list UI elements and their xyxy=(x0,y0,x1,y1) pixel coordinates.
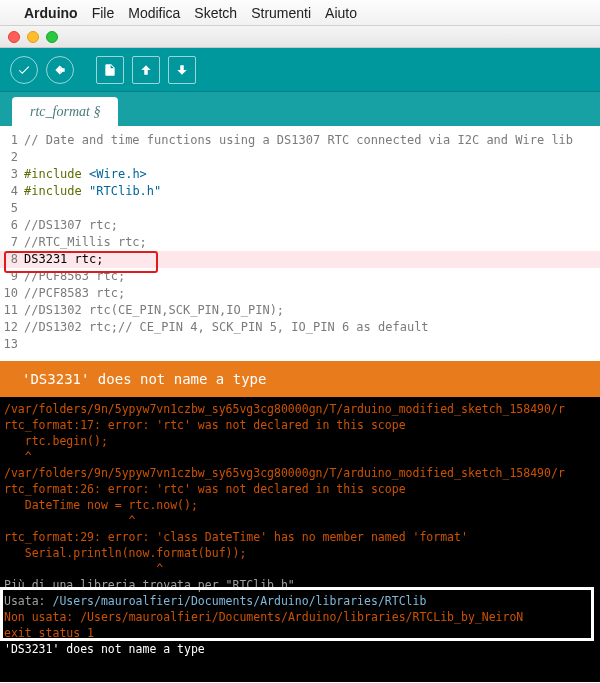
console-line: ^ xyxy=(4,449,596,465)
code-content xyxy=(24,200,600,217)
line-number: 10 xyxy=(0,285,24,302)
code-line[interactable]: 6//DS1307 rtc; xyxy=(0,217,600,234)
code-line[interactable]: 13 xyxy=(0,336,600,353)
console-line: rtc_format:17: error: 'rtc' was not decl… xyxy=(4,417,596,433)
code-content: //DS1302 rtc;// CE_PIN 4, SCK_PIN 5, IO_… xyxy=(24,319,600,336)
line-number: 11 xyxy=(0,302,24,319)
code-line[interactable]: 4#include "RTClib.h" xyxy=(0,183,600,200)
code-editor-frame: 1// Date and time functions using a DS13… xyxy=(0,126,600,361)
line-number: 13 xyxy=(0,336,24,353)
macos-menubar: Arduino File Modifica Sketch Strumenti A… xyxy=(0,0,600,26)
console-line: 'DS3231' does not name a type xyxy=(4,641,596,657)
close-window-button[interactable] xyxy=(8,31,20,43)
code-content xyxy=(24,336,600,353)
line-number: 3 xyxy=(0,166,24,183)
code-line[interactable]: 10//PCF8583 rtc; xyxy=(0,285,600,302)
console-line: rtc.begin(); xyxy=(4,433,596,449)
save-sketch-button[interactable] xyxy=(168,56,196,84)
console-line: /var/folders/9n/5ypyw7vn1czbw_sy65vg3cg8… xyxy=(4,465,596,481)
menubar-file[interactable]: File xyxy=(92,5,115,21)
menubar-app[interactable]: Arduino xyxy=(24,5,78,21)
console-line: DateTime now = rtc.now(); xyxy=(4,497,596,513)
line-number: 7 xyxy=(0,234,24,251)
error-banner: 'DS3231' does not name a type xyxy=(0,361,600,397)
code-line[interactable]: 12//DS1302 rtc;// CE_PIN 4, SCK_PIN 5, I… xyxy=(0,319,600,336)
new-sketch-button[interactable] xyxy=(96,56,124,84)
line-number: 5 xyxy=(0,200,24,217)
console-annotation xyxy=(0,587,594,641)
menubar-tools[interactable]: Strumenti xyxy=(251,5,311,21)
menubar-sketch[interactable]: Sketch xyxy=(194,5,237,21)
code-line[interactable]: 1// Date and time functions using a DS13… xyxy=(0,132,600,149)
line-number: 4 xyxy=(0,183,24,200)
code-content: //DS1307 rtc; xyxy=(24,217,600,234)
console-line: rtc_format:26: error: 'rtc' was not decl… xyxy=(4,481,596,497)
upload-button[interactable] xyxy=(46,56,74,84)
code-content: //RTC_Millis rtc; xyxy=(24,234,600,251)
sketch-tab[interactable]: rtc_format § xyxy=(12,97,118,126)
console-line: rtc_format:29: error: 'class DateTime' h… xyxy=(4,529,596,545)
code-content: // Date and time functions using a DS130… xyxy=(24,132,600,149)
line-number: 12 xyxy=(0,319,24,336)
menubar-edit[interactable]: Modifica xyxy=(128,5,180,21)
code-content: //DS1302 rtc(CE_PIN,SCK_PIN,IO_PIN); xyxy=(24,302,600,319)
code-content xyxy=(24,149,600,166)
code-line[interactable]: 7//RTC_Millis rtc; xyxy=(0,234,600,251)
code-line[interactable]: 3#include <Wire.h> xyxy=(0,166,600,183)
ide-toolbar xyxy=(0,48,600,92)
console-output[interactable]: /var/folders/9n/5ypyw7vn1czbw_sy65vg3cg8… xyxy=(0,397,600,682)
window-titlebar xyxy=(0,26,600,48)
code-line[interactable]: 11//DS1302 rtc(CE_PIN,SCK_PIN,IO_PIN); xyxy=(0,302,600,319)
console-line: /var/folders/9n/5ypyw7vn1czbw_sy65vg3cg8… xyxy=(4,401,596,417)
line-number: 6 xyxy=(0,217,24,234)
zoom-window-button[interactable] xyxy=(46,31,58,43)
code-content: #include "RTClib.h" xyxy=(24,183,600,200)
code-content: //PCF8583 rtc; xyxy=(24,285,600,302)
verify-button[interactable] xyxy=(10,56,38,84)
console-line: ^ xyxy=(4,513,596,529)
open-sketch-button[interactable] xyxy=(132,56,160,84)
console-line: ^ xyxy=(4,561,596,577)
tab-bar: rtc_format § xyxy=(0,92,600,126)
minimize-window-button[interactable] xyxy=(27,31,39,43)
code-line[interactable]: 5 xyxy=(0,200,600,217)
code-content: #include <Wire.h> xyxy=(24,166,600,183)
highlight-annotation xyxy=(4,251,158,273)
code-editor[interactable]: 1// Date and time functions using a DS13… xyxy=(0,126,600,361)
line-number: 2 xyxy=(0,149,24,166)
code-line[interactable]: 2 xyxy=(0,149,600,166)
line-number: 1 xyxy=(0,132,24,149)
console-line: Serial.println(now.format(buf)); xyxy=(4,545,596,561)
menubar-help[interactable]: Aiuto xyxy=(325,5,357,21)
